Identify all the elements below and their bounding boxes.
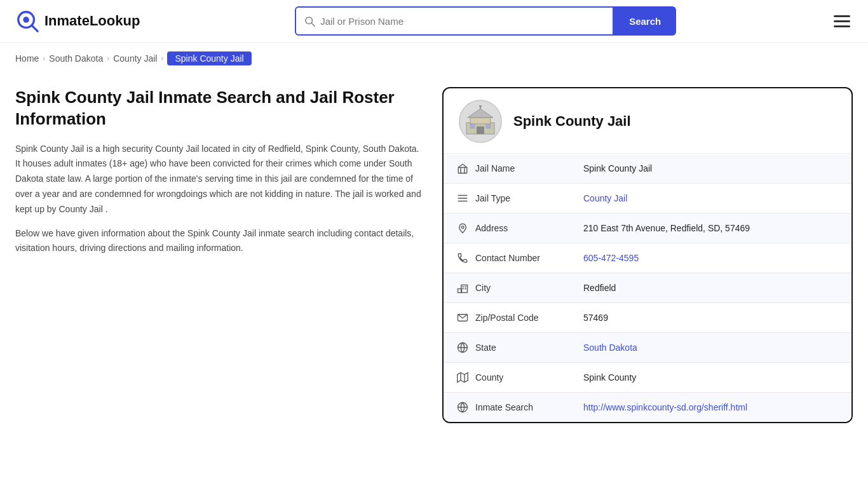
breadcrumb-sep3: ›	[161, 54, 163, 63]
info-label: Contact Number	[444, 243, 583, 273]
info-value[interactable]: South Dakota	[583, 334, 851, 361]
info-label: Jail Name	[444, 154, 583, 183]
building-icon	[456, 162, 469, 175]
info-card: Spink County Jail Jail NameSpink County …	[442, 87, 853, 423]
svg-rect-8	[477, 126, 484, 134]
page-description-2: Below we have given information about th…	[15, 226, 422, 257]
info-value: Spink County Jail	[583, 155, 851, 182]
svg-rect-13	[458, 168, 467, 173]
svg-point-17	[461, 226, 464, 229]
breadcrumb: Home › South Dakota › County Jail › Spin…	[0, 43, 868, 74]
hamburger-line1	[834, 15, 850, 17]
info-label: Jail Type	[444, 184, 583, 213]
globe-icon	[456, 341, 469, 354]
page-title: Spink County Jail Inmate Search and Jail…	[15, 87, 422, 130]
jail-image	[464, 105, 497, 138]
info-row: Inmate Searchhttp://www.spinkcounty-sd.o…	[444, 393, 851, 422]
breadcrumb-type[interactable]: County Jail	[113, 53, 157, 64]
info-value[interactable]: 605-472-4595	[583, 245, 851, 271]
svg-point-3	[306, 17, 313, 24]
map-icon	[456, 371, 469, 384]
svg-rect-10	[486, 124, 491, 128]
info-label: Address	[444, 214, 583, 243]
breadcrumb-sep1: ›	[43, 54, 45, 63]
info-row: CountySpink County	[444, 363, 851, 393]
info-label: Inmate Search	[444, 393, 583, 422]
globe2-icon	[456, 401, 469, 414]
main-content: Spink County Jail Inmate Search and Jail…	[0, 74, 868, 449]
info-row: Contact Number605-472-4595	[444, 243, 851, 273]
info-row: Address210 East 7th Avenue, Redfield, SD…	[444, 214, 851, 243]
search-button[interactable]: Search	[614, 6, 676, 36]
svg-rect-6	[470, 118, 491, 124]
phone-icon	[456, 252, 469, 264]
breadcrumb-sep2: ›	[107, 54, 109, 63]
info-value: Redfield	[583, 274, 851, 301]
info-link[interactable]: South Dakota	[583, 342, 637, 353]
svg-point-2	[23, 17, 29, 22]
breadcrumb-state[interactable]: South Dakota	[49, 53, 103, 64]
city-icon	[456, 281, 469, 294]
jail-avatar	[459, 100, 502, 143]
hamburger-line3	[834, 25, 850, 27]
svg-rect-12	[479, 105, 482, 107]
info-row: StateSouth Dakota	[444, 333, 851, 363]
search-input-wrap	[295, 6, 614, 36]
info-label: State	[444, 333, 583, 362]
svg-marker-23	[458, 373, 468, 383]
info-label: County	[444, 363, 583, 392]
pin-icon	[456, 222, 469, 234]
logo-text: InmateLookup	[44, 13, 140, 29]
svg-line-4	[312, 24, 315, 27]
left-panel: Spink County Jail Inmate Search and Jail…	[15, 87, 422, 423]
info-value: Spink County	[583, 364, 851, 391]
hamburger-line2	[834, 20, 850, 22]
info-label: City	[444, 273, 583, 302]
info-row: Zip/Postal Code57469	[444, 303, 851, 333]
info-label: Zip/Postal Code	[444, 303, 583, 332]
card-header: Spink County Jail	[444, 88, 851, 154]
search-bar: Search	[295, 6, 676, 36]
info-value[interactable]: County Jail	[583, 185, 851, 212]
info-link[interactable]: 605-472-4595	[583, 253, 639, 263]
info-row: CityRedfield	[444, 273, 851, 303]
logo-icon	[15, 9, 39, 33]
info-value: 210 East 7th Avenue, Redfield, SD, 57469	[583, 215, 851, 241]
card-title: Spink County Jail	[513, 113, 631, 130]
svg-rect-19	[461, 285, 468, 293]
list-icon	[456, 192, 469, 205]
info-rows: Jail NameSpink County JailJail TypeCount…	[444, 154, 851, 422]
svg-line-1	[32, 25, 38, 32]
breadcrumb-home[interactable]: Home	[15, 53, 39, 64]
info-row: Jail NameSpink County Jail	[444, 154, 851, 184]
search-input[interactable]	[320, 16, 605, 27]
breadcrumb-current: Spink County Jail	[167, 51, 251, 65]
info-row: Jail TypeCounty Jail	[444, 184, 851, 214]
svg-rect-9	[470, 124, 475, 128]
page-description-1: Spink County Jail is a high security Cou…	[15, 142, 422, 217]
envelope-icon	[456, 311, 469, 324]
site-header: InmateLookup Search	[0, 0, 868, 43]
search-icon	[304, 15, 315, 27]
info-link[interactable]: County Jail	[583, 193, 627, 203]
info-value[interactable]: http://www.spinkcounty-sd.org/sheriff.ht…	[583, 394, 851, 421]
svg-marker-7	[468, 109, 493, 118]
menu-button[interactable]	[831, 13, 853, 30]
info-value: 57469	[583, 304, 851, 331]
site-logo[interactable]: InmateLookup	[15, 9, 140, 33]
info-link[interactable]: http://www.spinkcounty-sd.org/sheriff.ht…	[583, 402, 747, 412]
